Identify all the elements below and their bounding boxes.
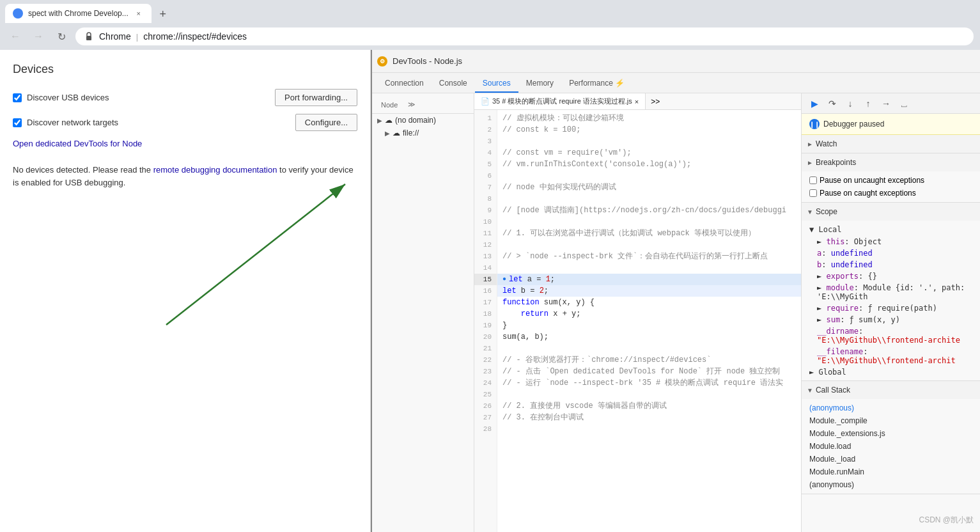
call-stack-module-load2[interactable]: Module._load (802, 453, 980, 465)
call-stack-module-load[interactable]: Module.load (802, 440, 980, 453)
tab-memory[interactable]: Memory (518, 75, 561, 93)
scope-a: a: undefined (802, 247, 980, 259)
tree-expand-icon: ▶ (377, 117, 382, 124)
main-content: Devices Discover USB devices Port forwar… (0, 50, 980, 532)
remote-debugging-link[interactable]: remote debugging documentation (153, 165, 277, 175)
browser-tab[interactable]: spect with Chrome Develop... × (5, 4, 152, 23)
cloud-icon: ☁ (385, 116, 393, 125)
tab-close-btn[interactable]: × (134, 8, 144, 19)
scope-this[interactable]: ► this: Object (802, 236, 980, 247)
step-out-btn[interactable]: ↑ (860, 96, 876, 111)
code-line-18: return x + y; (497, 308, 801, 320)
call-stack-module-runmain[interactable]: Module.runMain (802, 465, 980, 478)
tab-title: spect with Chrome Develop... (28, 9, 128, 18)
step-btn[interactable]: → (878, 96, 894, 111)
step-into-btn[interactable]: ↓ (843, 96, 858, 111)
more-icon[interactable]: ≫ (404, 99, 419, 110)
deactivate-btn[interactable]: ⎵ (896, 96, 912, 111)
forward-btn[interactable]: → (29, 27, 47, 45)
code-line-19: } (497, 320, 801, 331)
breakpoints-section-header[interactable]: ► Breakpoints (802, 153, 980, 171)
debugger-toolbar: ▶ ↷ ↓ ↑ → ⎵ (802, 93, 980, 114)
watermark: CSDN @凯小默 (919, 515, 974, 526)
no-devices-text: No devices detected. Please read the rem… (13, 164, 357, 189)
breakpoints-title: Breakpoints (816, 158, 856, 167)
pause-uncaught-checkbox[interactable] (809, 176, 817, 184)
breakpoints-section: ► Breakpoints Pause on uncaught exceptio… (802, 153, 980, 203)
call-stack-content: (anonymous) Module._compile Module._exte… (802, 399, 980, 494)
line-num-28: 28 (474, 423, 497, 435)
code-line-12 (497, 239, 801, 251)
line-num-16: 16 (474, 285, 497, 297)
code-line-7: // node 中如何实现代码的调试 (497, 182, 801, 193)
scope-b: b: undefined (802, 259, 980, 270)
discover-network-row: Discover network targets Configure... (13, 114, 357, 131)
devtools-header: ⚙ DevTools - Node.js (372, 50, 980, 73)
status-text: Debugger paused (823, 120, 884, 129)
line-num-8: 8 (474, 193, 497, 205)
file-tab-bar: 📄 35 # 模块的断点调试 require 语法实现过程.js × >> (474, 93, 801, 110)
scope-sum[interactable]: ► sum: ƒ sum(x, y) (802, 314, 980, 325)
scope-filename: __filename: "E:\\MyGithub\\frontend-arch… (802, 346, 980, 366)
discover-network-label: Discover network targets (27, 118, 290, 127)
call-stack-module-compile[interactable]: Module._compile (802, 414, 980, 427)
scope-global[interactable]: ► Global (802, 366, 980, 378)
line-num-4: 4 (474, 147, 497, 159)
open-devtools-link[interactable]: Open dedicated DevTools for Node (13, 139, 142, 148)
sources-panel: Node ≫ ▶ ☁ (no domain) ▶ ☁ file:// (372, 93, 980, 532)
code-line-26: // 2. 直接使用 vscode 等编辑器自带的调试 (497, 400, 801, 412)
discover-network-checkbox[interactable] (13, 118, 22, 127)
watch-section-header[interactable]: ► Watch (802, 135, 980, 153)
line-num-1: 1 (474, 113, 497, 124)
line-num-7: 7 (474, 182, 497, 193)
discover-usb-label: Discover USB devices (27, 93, 270, 102)
scope-section-header[interactable]: ▼ Scope (802, 203, 980, 221)
debugger-panel: ▶ ↷ ↓ ↑ → ⎵ ❙❙ Debugger paused (801, 93, 980, 532)
port-forwarding-btn[interactable]: Port forwarding... (275, 89, 357, 106)
code-line-13: // > `node --inspect-brk 文件`：会自动在代码运行的第一… (497, 251, 801, 262)
tab-performance[interactable]: Performance ⚡ (561, 75, 632, 93)
line-num-20: 20 (474, 331, 497, 343)
line-num-13: 13 (474, 251, 497, 262)
call-stack-anonymous-2[interactable]: (anonymous) (802, 478, 980, 491)
tab-favicon-icon (13, 8, 23, 19)
scope-require[interactable]: ► require: ƒ require(path) (802, 302, 980, 314)
code-line-21 (497, 343, 801, 354)
call-stack-anonymous-1[interactable]: (anonymous) (802, 402, 980, 414)
line-num-27: 27 (474, 412, 497, 423)
breakpoints-content: Pause on uncaught exceptions Pause on ca… (802, 171, 980, 202)
active-file-tab[interactable]: 📄 35 # 模块的断点调试 require 语法实现过程.js × (474, 93, 646, 109)
step-over-btn[interactable]: ↷ (825, 96, 840, 111)
line-num-5: 5 (474, 159, 497, 170)
code-line-14 (497, 262, 801, 274)
code-line-10 (497, 216, 801, 228)
code-line-24: // - 运行 `node --inspect-brk '35 # 模块的断点调… (497, 377, 801, 389)
tab-console[interactable]: Console (432, 75, 475, 93)
scope-exports[interactable]: ► exports: {} (802, 270, 980, 282)
pause-caught-checkbox[interactable] (809, 189, 817, 197)
scope-module[interactable]: ► module: Module {id: '.', path: 'E:\\My… (802, 282, 980, 302)
code-line-22: // - 谷歌浏览器打开：`chrome://inspect/#devices` (497, 354, 801, 366)
tab-sources[interactable]: Sources (475, 75, 518, 93)
cloud-icon-2: ☁ (393, 129, 400, 137)
tree-item-no-domain[interactable]: ▶ ☁ (no domain) (372, 114, 474, 127)
resume-btn[interactable]: ▶ (807, 96, 822, 111)
more-tabs-btn[interactable]: >> (646, 97, 665, 106)
call-stack-section-header[interactable]: ▼ Call Stack (802, 381, 980, 399)
breakpoints-arrow-icon: ► (807, 159, 813, 166)
refresh-btn[interactable]: ↻ (52, 27, 70, 45)
file-tab-close-btn[interactable]: × (635, 98, 639, 106)
scope-dirname: __dirname: "E:\\MyGithub\\frontend-archi… (802, 325, 980, 346)
code-editor[interactable]: 1 2 3 4 5 6 7 8 9 10 11 12 13 (474, 110, 801, 532)
address-text[interactable]: chrome://inspect/#devices (143, 31, 965, 42)
configure-btn[interactable]: Configure... (295, 114, 357, 131)
discover-usb-checkbox[interactable] (13, 93, 22, 102)
page-title: Devices (13, 63, 357, 76)
tree-item-file[interactable]: ▶ ☁ file:// (372, 127, 474, 139)
tab-connection[interactable]: Connection (377, 75, 432, 93)
call-stack-module-extensions[interactable]: Module._extensions.js (802, 427, 980, 440)
new-tab-btn[interactable]: + (154, 5, 172, 23)
back-btn[interactable]: ← (6, 27, 24, 45)
address-box[interactable]: Chrome | chrome://inspect/#devices (75, 27, 974, 45)
code-line-23: // - 点击 `Open dedicated DevTools for Nod… (497, 366, 801, 377)
